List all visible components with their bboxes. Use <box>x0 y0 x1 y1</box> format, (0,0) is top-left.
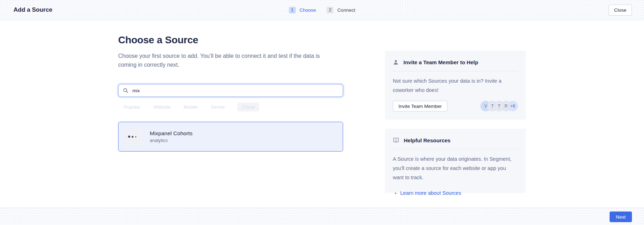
open-book-icon <box>393 137 399 143</box>
step-2-number: 2 <box>327 7 334 13</box>
person-icon <box>393 59 399 65</box>
resources-section: Helpful Resources A Source is where your… <box>385 129 526 193</box>
invite-section-divider <box>393 71 518 71</box>
step-2-label: Connect <box>337 7 355 13</box>
invite-section-header: Invite a Team Member to Help <box>393 57 518 67</box>
tab-server[interactable]: Server <box>210 103 226 111</box>
source-card-mixpanel-cohorts[interactable]: Mixpanel Cohorts analytics <box>118 122 343 152</box>
tab-mobile[interactable]: Mobile <box>183 103 199 111</box>
next-button[interactable]: Next <box>610 212 632 222</box>
step-connect[interactable]: 2 Connect <box>327 7 355 13</box>
close-button[interactable]: Close <box>609 5 632 16</box>
source-card-text: Mixpanel Cohorts analytics <box>150 130 193 143</box>
page-title: Add a Source <box>13 6 53 13</box>
avatar-overflow-badge: +6 <box>507 101 518 111</box>
step-1-label: Choose <box>299 7 316 13</box>
invite-row: Invite Team Member V T T R +6 <box>393 101 518 111</box>
resources-section-title: Helpful Resources <box>404 137 451 143</box>
page-heading: Choose a Source <box>118 34 198 46</box>
search-icon <box>123 88 128 93</box>
modal-footer: Next <box>0 208 644 225</box>
tab-website[interactable]: Website <box>153 103 171 111</box>
invite-section-title: Invite a Team Member to Help <box>403 59 478 65</box>
mixpanel-logo-placeholder-icon <box>125 129 141 144</box>
resources-section-divider <box>393 149 518 149</box>
learn-more-sources-link[interactable]: Learn more about Sources <box>400 190 461 196</box>
step-1-number: 1 <box>289 7 296 13</box>
invite-section: Invite a Team Member to Help Not sure wh… <box>385 51 526 120</box>
avatar-stack: V T T R +6 <box>480 101 518 111</box>
invite-team-member-button[interactable]: Invite Team Member <box>393 101 447 111</box>
step-choose[interactable]: 1 Choose <box>289 7 316 13</box>
search-input-wrapper <box>118 84 343 97</box>
resources-section-body: A Source is where your data originates. … <box>393 154 518 182</box>
page-description: Choose your first source to add. You’ll … <box>118 52 330 69</box>
source-category: analytics <box>150 138 193 143</box>
resources-list-item: Learn more about Sources <box>400 190 518 196</box>
modal-header: Add a Source 1 Choose 2 Connect Close <box>0 0 644 20</box>
add-source-modal: Add a Source 1 Choose 2 Connect Close Ch… <box>0 0 644 225</box>
resources-link-list: Learn more about Sources <box>393 190 518 196</box>
tab-popular[interactable]: Popular <box>123 103 141 111</box>
stepper: 1 Choose 2 Connect <box>289 7 355 13</box>
category-tabs: Popular Website Mobile Server Cloud <box>123 102 259 111</box>
source-title: Mixpanel Cohorts <box>150 130 193 137</box>
resources-section-header: Helpful Resources <box>393 135 518 145</box>
tab-cloud[interactable]: Cloud <box>237 103 259 111</box>
search-input[interactable] <box>128 88 338 94</box>
invite-section-body: Not sure which Sources your data is in? … <box>393 76 510 95</box>
